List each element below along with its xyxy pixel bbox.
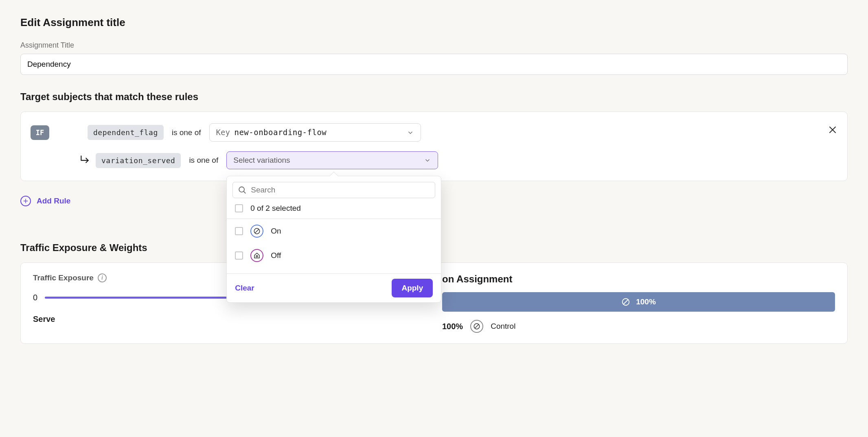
variations-select[interactable]: Select variations xyxy=(226,151,438,169)
option-on[interactable]: On xyxy=(232,219,435,243)
option-on-label: On xyxy=(271,227,281,236)
select-all-checkbox[interactable] xyxy=(235,204,243,212)
apply-button[interactable]: Apply xyxy=(392,279,433,297)
variation-row-pct: 100% xyxy=(442,322,463,331)
rule-attribute-chip-2[interactable]: variation_served xyxy=(96,153,181,168)
add-rule-label: Add Rule xyxy=(37,197,70,205)
variation-row-label: Control xyxy=(491,322,515,331)
sub-rule-arrow-icon xyxy=(79,154,90,167)
selected-count: 0 of 2 selected xyxy=(250,204,301,213)
option-on-checkbox[interactable] xyxy=(235,227,243,235)
search-icon xyxy=(238,186,247,194)
add-rule-button[interactable]: Add Rule xyxy=(20,196,70,206)
svg-line-10 xyxy=(624,300,628,304)
select-all-row[interactable]: 0 of 2 selected xyxy=(232,198,435,218)
info-icon[interactable]: i xyxy=(98,273,107,282)
if-badge: IF xyxy=(31,125,49,140)
svg-line-5 xyxy=(255,229,259,233)
rule-operator-2: is one of xyxy=(189,156,218,165)
variation-assignment-heading: on Assignment xyxy=(442,273,835,285)
variations-popover: 0 of 2 selected On xyxy=(226,176,441,303)
rule-attribute-chip[interactable]: dependent_flag xyxy=(88,125,164,140)
flag-key-value: new-onboarding-flow xyxy=(234,128,327,137)
traffic-exposure-label: Traffic Exposure xyxy=(33,273,94,282)
popover-search-input[interactable] xyxy=(251,186,430,194)
option-off[interactable]: Off xyxy=(232,243,435,268)
variation-on-icon xyxy=(250,225,263,238)
svg-line-3 xyxy=(243,191,245,193)
rules-heading: Target subjects that match these rules xyxy=(20,91,848,103)
variation-bar: 100% xyxy=(442,292,835,312)
variation-bar-pct: 100% xyxy=(636,297,656,306)
control-icon xyxy=(470,320,483,333)
popover-search[interactable] xyxy=(232,182,435,198)
traffic-exposure-value: 0 xyxy=(33,293,37,302)
close-icon xyxy=(828,125,837,135)
assignment-title-input[interactable] xyxy=(20,54,848,75)
chevron-down-icon xyxy=(424,157,431,164)
assignment-title-label: Assignment Title xyxy=(20,41,848,50)
remove-rule-button[interactable] xyxy=(828,125,837,137)
svg-point-6 xyxy=(256,256,258,257)
svg-line-12 xyxy=(475,325,479,328)
variation-bar-icon xyxy=(621,297,630,306)
chevron-down-icon xyxy=(407,129,414,136)
plus-icon xyxy=(20,196,31,206)
variations-select-placeholder: Select variations xyxy=(233,156,290,165)
rule-row-2: variation_served is one of Select variat… xyxy=(31,151,837,169)
flag-key-select[interactable]: Key new-onboarding-flow xyxy=(209,123,421,142)
option-off-checkbox[interactable] xyxy=(235,251,243,260)
variation-off-icon xyxy=(250,249,263,262)
rule-row-1: IF dependent_flag is one of Key new-onbo… xyxy=(31,123,837,142)
rule-operator: is one of xyxy=(172,128,201,137)
option-off-label: Off xyxy=(271,251,281,260)
flag-key-label: Key xyxy=(216,128,230,137)
page-title: Edit Assignment title xyxy=(20,16,848,29)
rules-card: IF dependent_flag is one of Key new-onbo… xyxy=(20,111,848,181)
clear-button[interactable]: Clear xyxy=(235,284,254,293)
svg-point-2 xyxy=(239,187,244,192)
serve-label: Serve xyxy=(33,315,426,324)
